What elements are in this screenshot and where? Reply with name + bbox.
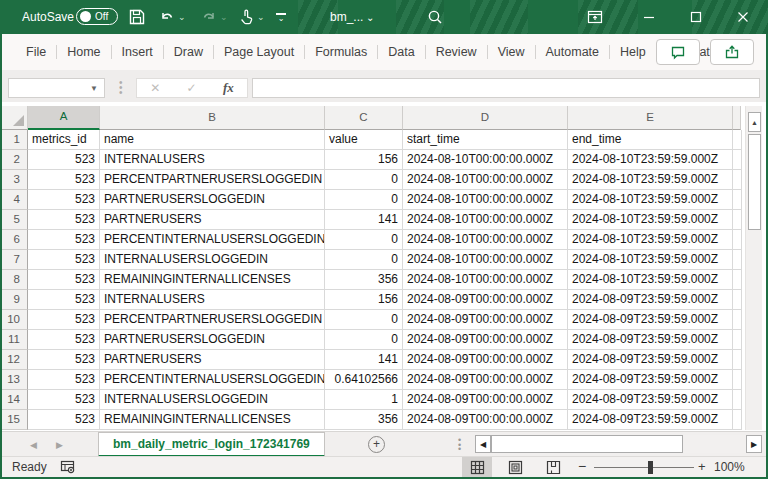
cell-D2[interactable]: 2024-08-10T00:00:00.000Z: [403, 150, 568, 170]
ribbon-display-options-button[interactable]: [578, 0, 612, 34]
cell-D7[interactable]: 2024-08-10T00:00:00.000Z: [403, 250, 568, 270]
menu-tab-insert[interactable]: Insert: [112, 34, 163, 70]
cell-E11[interactable]: 2024-08-09T23:59:59.000Z: [568, 330, 733, 350]
cell-C1[interactable]: value: [325, 130, 403, 150]
select-all-corner[interactable]: [2, 106, 28, 130]
cell-partial[interactable]: [733, 350, 742, 370]
cell-E1[interactable]: end_time: [568, 130, 733, 150]
minimize-button[interactable]: [632, 0, 666, 34]
menu-tab-view[interactable]: View: [488, 34, 535, 70]
cell-C7[interactable]: 0: [325, 250, 403, 270]
scroll-up-arrow-icon[interactable]: ▲: [748, 112, 761, 132]
row-header-8[interactable]: 8: [2, 270, 28, 290]
column-header-partial[interactable]: [733, 106, 741, 130]
normal-view-button[interactable]: [462, 457, 492, 477]
row-header-12[interactable]: 12: [2, 350, 28, 370]
cell-E4[interactable]: 2024-08-10T23:59:59.000Z: [568, 190, 733, 210]
cell-B6[interactable]: PERCENTINTERNALUSERSLOGGEDIN: [100, 230, 325, 250]
cell-D4[interactable]: 2024-08-10T00:00:00.000Z: [403, 190, 568, 210]
scroll-right-arrow-icon[interactable]: ▶: [746, 435, 762, 453]
share-button[interactable]: [710, 39, 754, 65]
close-button[interactable]: [726, 0, 760, 34]
cell-C2[interactable]: 156: [325, 150, 403, 170]
cell-E9[interactable]: 2024-08-09T23:59:59.000Z: [568, 290, 733, 310]
cell-A15[interactable]: 523: [28, 410, 100, 430]
row-header-7[interactable]: 7: [2, 250, 28, 270]
cell-C8[interactable]: 356: [325, 270, 403, 290]
cell-E10[interactable]: 2024-08-09T23:59:59.000Z: [568, 310, 733, 330]
file-name-dropdown-chevron-icon[interactable]: ⌄: [366, 0, 374, 34]
menu-tab-help[interactable]: Help: [610, 34, 656, 70]
menu-tab-page-layout[interactable]: Page Layout: [214, 34, 304, 70]
confirm-entry-icon[interactable]: ✓: [187, 81, 197, 95]
cell-B8[interactable]: REMAININGINTERNALLICENSES: [100, 270, 325, 290]
menu-tab-formulas[interactable]: Formulas: [305, 34, 377, 70]
undo-dropdown-chevron-icon[interactable]: ⌄: [178, 12, 186, 22]
cell-D13[interactable]: 2024-08-09T00:00:00.000Z: [403, 370, 568, 390]
save-button[interactable]: [128, 0, 146, 34]
cell-A14[interactable]: 523: [28, 390, 100, 410]
cell-B2[interactable]: INTERNALUSERS: [100, 150, 325, 170]
row-header-2[interactable]: 2: [2, 150, 28, 170]
cell-B12[interactable]: PARTNERUSERS: [100, 350, 325, 370]
menu-tab-draw[interactable]: Draw: [164, 34, 213, 70]
cell-C15[interactable]: 356: [325, 410, 403, 430]
menu-tab-file[interactable]: File: [16, 34, 56, 70]
cell-partial[interactable]: [733, 150, 742, 170]
cell-E15[interactable]: 2024-08-09T23:59:59.000Z: [568, 410, 733, 430]
tab-strip-splitter[interactable]: •••: [458, 438, 461, 452]
row-header-4[interactable]: 4: [2, 190, 28, 210]
customize-quick-access-button[interactable]: ⌄: [276, 0, 286, 34]
menu-tab-review[interactable]: Review: [426, 34, 487, 70]
cell-B7[interactable]: INTERNALUSERSLOGGEDIN: [100, 250, 325, 270]
cell-A3[interactable]: 523: [28, 170, 100, 190]
cell-E13[interactable]: 2024-08-09T23:59:59.000Z: [568, 370, 733, 390]
name-box-dropdown-icon[interactable]: ▼: [90, 84, 98, 93]
cell-D12[interactable]: 2024-08-09T00:00:00.000Z: [403, 350, 568, 370]
cell-A10[interactable]: 523: [28, 310, 100, 330]
row-header-15[interactable]: 15: [2, 410, 28, 430]
vertical-scrollbar[interactable]: ▲: [745, 106, 762, 430]
cell-partial[interactable]: [733, 190, 742, 210]
horizontal-scrollbar-thumb[interactable]: [491, 435, 683, 453]
formula-input[interactable]: [252, 78, 760, 98]
cell-D6[interactable]: 2024-08-10T00:00:00.000Z: [403, 230, 568, 250]
active-sheet-tab[interactable]: bm_daily_metric_login_172341769: [98, 432, 325, 457]
cell-E3[interactable]: 2024-08-10T23:59:59.000Z: [568, 170, 733, 190]
cell-D9[interactable]: 2024-08-09T00:00:00.000Z: [403, 290, 568, 310]
cell-C6[interactable]: 0: [325, 230, 403, 250]
menu-tab-home[interactable]: Home: [57, 34, 110, 70]
cell-partial[interactable]: [733, 370, 742, 390]
cell-A13[interactable]: 523: [28, 370, 100, 390]
cell-B5[interactable]: PARTNERUSERS: [100, 210, 325, 230]
undo-button[interactable]: ⌄: [158, 0, 186, 34]
column-header-c[interactable]: C: [325, 106, 403, 130]
cell-partial[interactable]: [733, 250, 742, 270]
file-name[interactable]: bm_...: [330, 0, 363, 34]
cell-A7[interactable]: 523: [28, 250, 100, 270]
cell-B15[interactable]: REMAININGINTERNALLICENSES: [100, 410, 325, 430]
column-header-d[interactable]: D: [403, 106, 568, 130]
search-button[interactable]: [426, 0, 444, 34]
cell-A9[interactable]: 523: [28, 290, 100, 310]
cell-A8[interactable]: 523: [28, 270, 100, 290]
cell-A1[interactable]: metrics_id: [28, 130, 100, 150]
cell-D3[interactable]: 2024-08-10T00:00:00.000Z: [403, 170, 568, 190]
cell-A11[interactable]: 523: [28, 330, 100, 350]
column-header-e[interactable]: E: [568, 106, 733, 130]
cell-partial[interactable]: [733, 290, 742, 310]
touch-mouse-mode-button[interactable]: ⌄: [237, 0, 265, 34]
row-header-11[interactable]: 11: [2, 330, 28, 350]
cell-B4[interactable]: PARTNERUSERSLOGGEDIN: [100, 190, 325, 210]
cell-A12[interactable]: 523: [28, 350, 100, 370]
cell-D1[interactable]: start_time: [403, 130, 568, 150]
column-header-a[interactable]: A: [28, 106, 100, 130]
cell-C13[interactable]: 0.64102566: [325, 370, 403, 390]
scroll-left-arrow-icon[interactable]: ◀: [475, 435, 491, 453]
touch-mode-dropdown-chevron-icon[interactable]: ⌄: [257, 12, 265, 22]
cell-C10[interactable]: 0: [325, 310, 403, 330]
cell-A6[interactable]: 523: [28, 230, 100, 250]
autosave-toggle[interactable]: Off: [76, 8, 118, 25]
zoom-slider-track[interactable]: [594, 467, 694, 468]
redo-button[interactable]: ⌄: [200, 0, 228, 34]
